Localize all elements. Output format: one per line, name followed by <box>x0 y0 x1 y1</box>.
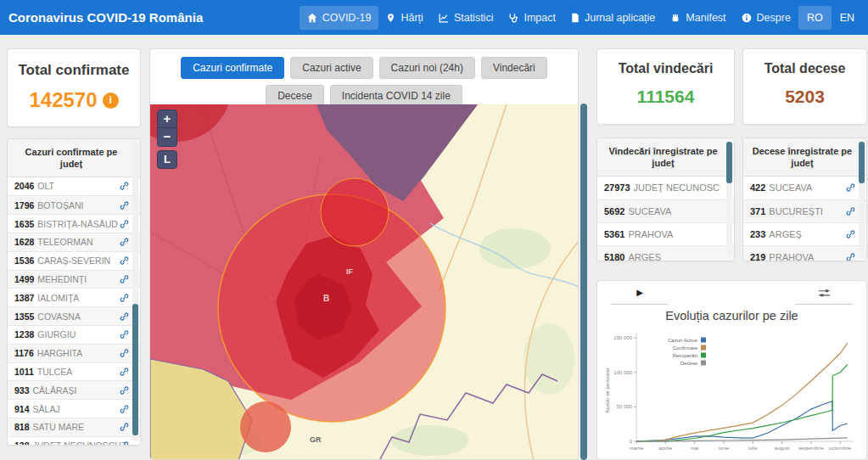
map-tab-vindec-ri[interactable]: Vindecări <box>481 57 547 79</box>
map-tab-cazuri-confirmate[interactable]: Cazuri confirmate <box>181 57 284 79</box>
language-toggle-ro[interactable]: RO <box>798 6 832 30</box>
county-name: SUCEAVA <box>628 206 671 216</box>
recovered-list-scrollbar[interactable] <box>726 142 732 257</box>
total-confirmed-number: 142570 <box>29 88 97 112</box>
total-deaths-value: 5203 <box>743 87 866 107</box>
total-confirmed-card: Total confirmate 142570 i <box>7 48 141 127</box>
nav-item-impact[interactable]: Impact <box>501 6 563 30</box>
county-value: 2046 <box>14 181 34 191</box>
fist-icon <box>670 13 680 23</box>
romania-map[interactable]: IF B GR <box>150 104 579 460</box>
nav-item-covid19[interactable]: COVID-19 <box>300 6 379 30</box>
county-value: 5692 <box>604 206 624 216</box>
map-zoom-control: + − L <box>157 109 177 169</box>
play-button[interactable]: ▶ <box>611 288 669 305</box>
county-link-icon[interactable] <box>120 182 129 191</box>
county-name: PRAHOVA <box>628 229 673 239</box>
county-name: PRAHOVA <box>769 252 814 261</box>
total-recovered-value: 111564 <box>597 87 734 107</box>
nav-item-jurnal[interactable]: Jurnal aplicație <box>563 6 663 30</box>
county-row: 933CĂLĂRAȘI <box>8 380 140 399</box>
map-circle-north[interactable] <box>321 178 389 246</box>
svg-text:0: 0 <box>629 439 632 444</box>
scrollbar-thumb[interactable] <box>859 142 865 183</box>
nav-item-statistici[interactable]: Statistici <box>431 6 501 30</box>
legend-label[interactable]: Decese <box>680 361 697 366</box>
county-link-icon[interactable] <box>120 238 129 247</box>
series-line-cazuri-active <box>636 401 848 441</box>
map-canvas[interactable]: IF B GR + − L <box>150 104 579 460</box>
series-line-confirmate <box>636 343 848 441</box>
legend-swatch[interactable] <box>701 338 706 343</box>
county-link-icon[interactable] <box>120 423 129 432</box>
svg-text:septembrie: septembrie <box>798 446 824 451</box>
total-deaths-card: Total decese 5203 <box>742 48 867 125</box>
county-link-icon[interactable] <box>120 367 129 376</box>
county-name: SĂLAJ <box>33 404 60 414</box>
scrollbar-thumb[interactable] <box>132 304 138 435</box>
legend-swatch[interactable] <box>701 345 706 351</box>
legend-label[interactable]: Recuperări <box>672 353 697 358</box>
legend-swatch[interactable] <box>701 353 706 358</box>
county-name: MEHEDINȚI <box>37 274 87 284</box>
total-confirmed-title: Total confirmate <box>8 62 140 79</box>
county-row: 219PRAHOVA <box>743 245 866 261</box>
county-name: COVASNA <box>37 311 81 322</box>
zoom-in-button[interactable]: + <box>157 109 177 128</box>
county-link-icon[interactable] <box>120 385 129 395</box>
map-label-ilfov: IF <box>346 267 354 276</box>
svg-text:martie: martie <box>629 446 643 451</box>
recovered-list-body: 27973JUDEȚ NECUNOSCUT5692SUCEAVA5361PRAH… <box>597 177 734 261</box>
language-toggle-en[interactable]: EN <box>832 6 863 30</box>
confirmed-list-body: 2046OLT1796BOTOȘANI1635BISTRIȚA-NĂSĂUD16… <box>8 177 140 446</box>
scrollbar-thumb[interactable] <box>726 142 732 183</box>
county-link-icon[interactable] <box>846 206 855 216</box>
county-name: TULCEA <box>37 367 72 377</box>
county-name: HARGHITA <box>37 348 82 358</box>
svg-text:iunie: iunie <box>718 446 729 451</box>
county-link-icon[interactable] <box>120 256 129 266</box>
county-link-icon[interactable] <box>120 293 129 302</box>
county-row: 371BUCUREȘTI <box>743 199 866 222</box>
county-link-icon[interactable] <box>120 330 129 339</box>
legend-swatch[interactable] <box>701 361 706 366</box>
county-row: 1176HARGHITA <box>8 344 140 362</box>
county-value: 5180 <box>604 252 624 261</box>
deaths-list-scrollbar[interactable] <box>859 142 865 257</box>
deaths-list-header: Decese înregistrate pe județ <box>743 138 866 177</box>
county-link-icon[interactable] <box>120 274 129 283</box>
map-circle-south[interactable] <box>240 401 291 452</box>
county-link-icon[interactable] <box>120 349 129 358</box>
county-link-icon[interactable] <box>120 404 129 413</box>
zoom-out-button[interactable]: − <box>157 128 177 147</box>
county-link-icon[interactable] <box>120 311 129 321</box>
county-link-icon[interactable] <box>120 441 129 446</box>
county-link-icon[interactable] <box>846 252 855 261</box>
county-name: CARAȘ-SEVERIN <box>37 255 110 266</box>
county-row: 138JUDEȚ NECUNOSCUT <box>8 436 140 446</box>
nav-item-despre[interactable]: Despre <box>734 6 798 30</box>
county-row: 233ARGEȘ <box>743 222 866 245</box>
chart-legend[interactable]: Cazuri ActiveConfirmateRecuperăriDecese <box>667 338 705 367</box>
legend-label[interactable]: Cazuri Active <box>667 338 697 343</box>
nav-item-harti[interactable]: Hărți <box>378 6 430 30</box>
county-name: JUDEȚ NECUNOSCUT <box>33 440 126 446</box>
county-link-icon[interactable] <box>120 219 129 228</box>
county-value: 422 <box>750 182 765 193</box>
map-tab-cazuri-active[interactable]: Cazuri active <box>290 57 372 79</box>
county-link-icon[interactable] <box>846 183 855 193</box>
confirmed-list-scrollbar[interactable] <box>132 143 138 441</box>
sliders-icon[interactable] <box>795 288 853 305</box>
confirmed-by-county-card: Cazuri confirmate pe județ 2046OLT1796BO… <box>7 138 141 446</box>
map-tab-cazuri-noi-24h-[interactable]: Cazuri noi (24h) <box>379 57 475 79</box>
county-row: 422SUCEAVA <box>743 177 866 199</box>
layers-button[interactable]: L <box>157 150 177 169</box>
app-title[interactable]: Coronavirus COVID-19 România <box>8 10 203 25</box>
county-link-icon[interactable] <box>846 229 855 238</box>
legend-label[interactable]: Confirmate <box>672 345 697 351</box>
county-link-icon[interactable] <box>120 200 129 210</box>
info-icon[interactable]: i <box>103 93 119 109</box>
county-row: 1628TELEORMAN <box>8 233 140 251</box>
panel-scrollbar[interactable] <box>580 104 587 460</box>
nav-item-manifest[interactable]: Manifest <box>663 6 733 30</box>
